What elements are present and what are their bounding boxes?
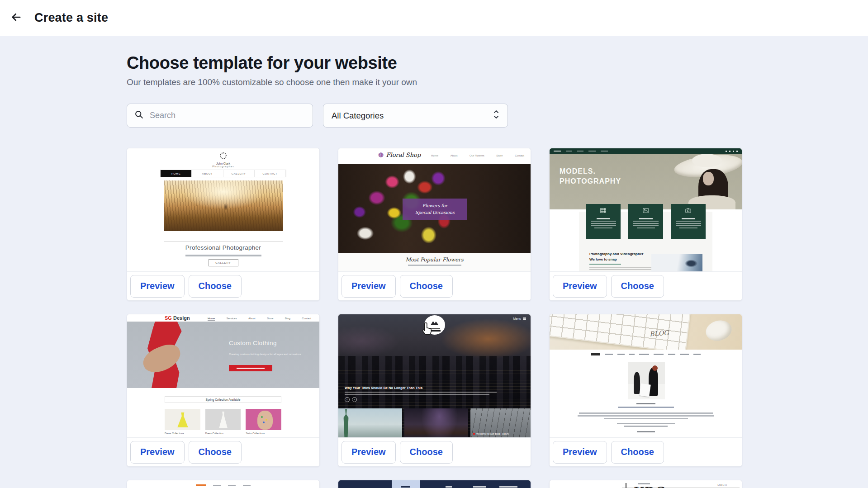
preview-button[interactable]: Preview <box>342 441 396 464</box>
mini-nav: Home About Gallery Contact <box>160 170 286 177</box>
mini-text-bar <box>676 223 701 224</box>
mini-nav-item-active <box>196 484 206 486</box>
mini-red-button <box>229 365 272 371</box>
mini-nav-item <box>446 486 452 488</box>
mini-post-photo <box>628 362 665 399</box>
mouse-shape <box>703 317 734 344</box>
mini-nav-item: About <box>192 170 223 177</box>
mini-nav-item: Services <box>226 317 237 321</box>
template-preview-blog: BLOG <box>550 314 742 437</box>
mini-nav-item <box>577 151 583 152</box>
mini-logo-name: Floral Shop <box>386 152 421 158</box>
mini-text-bar <box>676 225 701 226</box>
mini-text-bar <box>637 227 655 228</box>
mini-text-bar <box>679 227 697 228</box>
mini-product-photo <box>246 409 281 430</box>
preview-button[interactable]: Preview <box>553 441 607 464</box>
category-select[interactable]: All Categories <box>323 104 508 128</box>
preview-button[interactable]: Preview <box>553 275 607 298</box>
mini-tile-videography <box>586 204 621 239</box>
search-box[interactable] <box>127 104 313 128</box>
mini-banner-bar <box>429 330 441 332</box>
figure-shape <box>649 368 658 396</box>
mini-social-icons <box>726 151 738 152</box>
mini-headline: Why Your Titles Should Be No Longer Than… <box>345 386 422 390</box>
template-preview-minimal-store <box>127 480 319 488</box>
mini-text-bar <box>604 418 688 419</box>
mini-text-bar <box>591 225 616 226</box>
mini-nav-item <box>629 354 635 355</box>
back-button[interactable] <box>6 8 26 28</box>
mini-text-bar <box>618 407 674 408</box>
mini-overlay-line: Flowers for <box>422 203 447 209</box>
statue-of-liberty-shape <box>342 409 350 437</box>
face-shape <box>703 172 714 185</box>
mini-text-bar <box>579 412 713 414</box>
mini-nav-item <box>693 354 701 355</box>
mini-hero-overlay: Flowers for Special Occasions <box>403 199 467 220</box>
template-card-blog: BLOG <box>549 314 742 467</box>
camera-icon <box>685 207 692 216</box>
mini-banner: Spring Collection Available <box>165 396 281 403</box>
mini-nav-item <box>213 485 221 486</box>
preview-button[interactable]: Preview <box>130 441 185 464</box>
mini-product-thumbs <box>165 409 281 430</box>
mini-nav-item: Gallery <box>223 170 255 177</box>
mini-text-bar <box>345 394 489 395</box>
mini-post-photo-statue <box>338 408 402 437</box>
template-grid: John Clark Photographer Home About Galle… <box>127 148 743 488</box>
mini-nav-item <box>617 354 625 355</box>
mini-nav-item: About <box>451 154 458 157</box>
mini-nav <box>550 148 742 154</box>
divider <box>164 241 283 242</box>
choose-button[interactable]: Choose <box>400 441 453 464</box>
main-content: Choose template for your website Our tem… <box>127 36 743 488</box>
choose-button[interactable]: Choose <box>189 275 242 298</box>
mini-logo-role: Photographer <box>127 165 319 168</box>
preview-button[interactable]: Preview <box>130 275 185 298</box>
mini-text-bar <box>617 423 675 424</box>
mini-text-bar <box>633 221 659 222</box>
select-stepper-icon <box>493 109 499 122</box>
choose-button[interactable]: Choose <box>611 275 664 298</box>
choose-button[interactable]: Choose <box>400 275 453 298</box>
mini-caption: Dress Collection <box>205 432 241 435</box>
camera-shutter-icon <box>220 152 227 159</box>
search-input[interactable] <box>150 111 305 120</box>
mini-title: Professional Photographer <box>127 244 319 251</box>
mini-feature-tiles <box>550 204 742 239</box>
choose-button[interactable]: Choose <box>189 441 242 464</box>
page-title: Create a site <box>34 11 108 25</box>
mini-text-bar <box>591 221 616 222</box>
template-preview-kds: KDS MENU <box>550 480 742 488</box>
mini-nav-item: Our Flowers <box>470 154 484 157</box>
mini-nav-item <box>499 486 517 488</box>
mini-logo-bar <box>591 353 600 355</box>
arrow-left-icon <box>10 11 23 25</box>
mini-text-bar <box>429 328 440 329</box>
mini-nav-item: Home <box>208 317 215 321</box>
mini-nav <box>127 484 319 486</box>
yellow-dress-shape <box>176 412 189 428</box>
mini-photo <box>651 254 702 271</box>
mini-product-photo <box>165 409 200 430</box>
vertical-rule <box>626 483 626 488</box>
mini-post-photo-night-sky <box>404 408 468 437</box>
mini-nav-item <box>668 354 675 355</box>
mini-section-title: We love to snap <box>589 257 617 261</box>
choose-button[interactable]: Choose <box>611 441 664 464</box>
mini-logo-accent: SG <box>165 315 172 321</box>
preview-button[interactable]: Preview <box>342 275 396 298</box>
card-footer: Preview Choose <box>127 271 319 300</box>
mini-logo-name: John Clark <box>127 162 319 165</box>
template-card-photographer: John Clark Photographer Home About Galle… <box>127 148 320 301</box>
mini-text-bar <box>578 415 714 417</box>
mini-nav-item: Store <box>496 154 503 157</box>
template-card-floral-shop: ❁ Floral Shop Home About Our Flowers Sto… <box>338 148 531 301</box>
mini-nav-item <box>554 151 561 152</box>
mini-nav-item <box>680 354 689 355</box>
mini-caption: Dress Collections <box>165 432 200 435</box>
filter-controls: All Categories <box>127 104 743 128</box>
mini-post-photo-ski-lift: Welcome to Our Blog Feature <box>470 408 531 437</box>
mini-text-bar <box>591 223 616 224</box>
